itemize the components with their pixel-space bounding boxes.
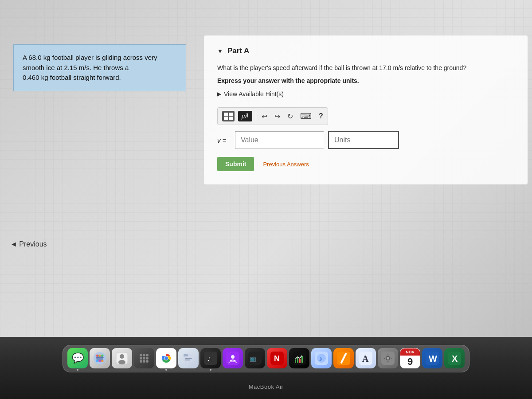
refresh-icon[interactable]: ↻: [286, 111, 295, 121]
svg-point-7: [96, 355, 98, 357]
dock-item-finder[interactable]: [178, 348, 199, 368]
svg-rect-1: [229, 113, 233, 116]
svg-text:N: N: [274, 354, 280, 363]
answer-input-row: v =: [217, 131, 514, 149]
dock-item-contacts[interactable]: [112, 348, 132, 368]
svg-point-12: [102, 360, 104, 362]
svg-rect-43: [299, 359, 301, 363]
dock: 💬: [63, 345, 469, 372]
svg-point-15: [118, 360, 125, 364]
dock-item-podcasts[interactable]: [223, 348, 243, 368]
svg-rect-29: [184, 354, 188, 356]
svg-point-8: [99, 355, 101, 357]
svg-rect-2: [224, 117, 228, 120]
svg-point-10: [96, 360, 98, 362]
redo-icon[interactable]: ↪: [273, 111, 282, 121]
part-a-title: Part A: [227, 47, 249, 55]
dock-item-slash[interactable]: [333, 348, 354, 368]
chin-area: 💬: [0, 337, 532, 399]
submit-button[interactable]: Submit: [217, 157, 254, 171]
keyboard-icon[interactable]: ⌨: [298, 110, 313, 122]
hint-link[interactable]: ▶ View Available Hint(s): [217, 90, 514, 98]
dock-item-messages[interactable]: 💬: [67, 348, 88, 368]
previous-answers-link[interactable]: Previous Answers: [263, 161, 309, 168]
hint-label: View Available Hint(s): [224, 90, 284, 98]
part-a-dropdown-arrow[interactable]: ▼: [217, 48, 223, 55]
svg-point-20: [143, 357, 145, 360]
svg-point-17: [143, 354, 145, 356]
dock-item-music[interactable]: ♪: [200, 348, 221, 368]
svg-point-27: [164, 356, 168, 360]
hint-arrow-icon: ▶: [217, 91, 221, 97]
calendar-day: 9: [400, 356, 420, 368]
svg-rect-41: [295, 360, 296, 363]
dock-item-excel[interactable]: X: [444, 348, 465, 368]
svg-text:X: X: [452, 354, 458, 364]
chrome-icon: [160, 352, 173, 365]
previous-button[interactable]: ◄ Previous: [10, 240, 47, 248]
mu-angstrom-label: μÅ: [242, 113, 249, 120]
svg-text:W: W: [429, 354, 437, 364]
itunes-icon: ♪: [315, 352, 328, 365]
svg-rect-6: [96, 357, 104, 358]
system-prefs-icon: [381, 352, 395, 365]
news-icon: N: [270, 352, 284, 365]
svg-point-14: [120, 354, 124, 359]
dock-item-appletv[interactable]: 📺: [245, 348, 265, 368]
dock-item-app-grid[interactable]: [134, 348, 154, 368]
grid-icon-button[interactable]: [222, 111, 235, 121]
svg-rect-31: [185, 360, 190, 360]
svg-point-35: [231, 355, 235, 359]
word-icon: W: [426, 352, 439, 365]
messages-icon: 💬: [72, 352, 84, 364]
svg-rect-44: [301, 356, 303, 363]
problem-line3: 0.460 kg football straight forward.: [23, 74, 121, 81]
podcasts-icon: [226, 352, 239, 365]
dock-item-launchpad[interactable]: [90, 348, 110, 368]
chrome-dot: [165, 369, 167, 371]
macbook-label: MacBook Air: [249, 383, 283, 390]
undo-icon[interactable]: ↩: [260, 111, 269, 121]
problem-line1: A 68.0 kg football player is gliding acr…: [23, 54, 157, 61]
submit-row: Submit Previous Answers: [217, 157, 514, 171]
app-grid-icon: [137, 352, 151, 365]
help-icon[interactable]: ?: [319, 112, 323, 120]
svg-rect-0: [224, 113, 228, 116]
answer-toolbar: μÅ ↩ ↪ ↻ ⌨ ?: [217, 107, 328, 125]
dock-item-itunes[interactable]: ♪: [311, 348, 332, 368]
dock-item-chrome[interactable]: [156, 348, 176, 368]
fontbook-icon: A: [359, 352, 372, 365]
stocks-icon: [293, 352, 306, 365]
main-content-area: ▼ Part A What is the player's speed afte…: [204, 35, 528, 184]
svg-rect-42: [297, 357, 298, 363]
units-input[interactable]: [328, 131, 399, 149]
svg-point-11: [99, 360, 101, 362]
svg-text:📺: 📺: [250, 355, 256, 362]
svg-point-24: [146, 360, 149, 363]
value-input[interactable]: [235, 131, 324, 149]
svg-text:A: A: [362, 354, 369, 364]
svg-point-16: [140, 354, 142, 356]
mu-angstrom-button[interactable]: μÅ: [238, 111, 252, 121]
svg-point-19: [140, 357, 142, 360]
question-text: What is the player's speed afterward if …: [217, 63, 514, 73]
svg-point-18: [146, 354, 149, 356]
dock-item-word[interactable]: W: [422, 348, 442, 368]
part-a-header: ▼ Part A: [217, 47, 514, 55]
music-icon: ♪: [204, 352, 217, 365]
svg-rect-30: [185, 358, 192, 359]
toolbar-separator-1: [256, 112, 256, 121]
dock-item-fontbook[interactable]: A: [356, 348, 376, 368]
svg-text:♪: ♪: [319, 355, 322, 362]
dock-item-stocks[interactable]: [289, 348, 309, 368]
slash-icon: [337, 352, 350, 365]
dock-item-calendar[interactable]: NOV 9: [400, 348, 420, 368]
dock-item-system-prefs[interactable]: [378, 348, 398, 368]
appletv-icon: 📺: [248, 352, 262, 365]
express-text: Express your answer with the appropriate…: [217, 77, 514, 84]
problem-text-box: A 68.0 kg football player is gliding acr…: [13, 44, 186, 91]
svg-point-23: [143, 360, 145, 363]
dock-item-news[interactable]: N: [267, 348, 287, 368]
messages-dot: [77, 369, 78, 371]
svg-point-21: [146, 357, 149, 360]
